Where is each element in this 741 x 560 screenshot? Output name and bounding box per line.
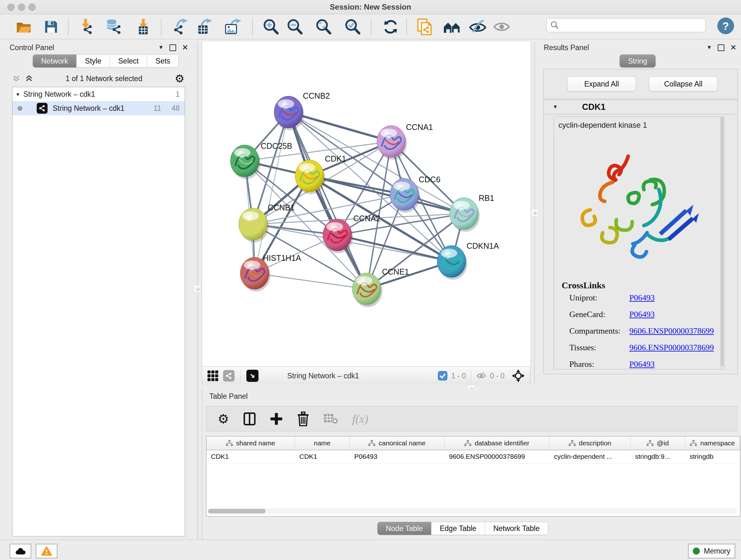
network-row[interactable]: String Network – cdk1 11 48 [12,101,185,115]
show-graphics-details-icon[interactable] [492,17,511,36]
expand-all-icon[interactable] [25,75,33,82]
tab-network[interactable]: Network [33,55,77,67]
save-session-icon[interactable] [42,17,60,36]
help-button[interactable]: ? [718,17,734,34]
zoom-fit-content-icon[interactable] [314,17,333,36]
panel-close-icon[interactable]: ✕ [730,43,737,52]
collapse-all-icon[interactable] [12,75,20,82]
tab-select[interactable]: Select [110,55,147,67]
node-label-CCNA1: CCNA1 [406,123,433,132]
crosslink-label: GeneCard: [569,310,629,319]
network-edge[interactable] [255,273,367,289]
clone-network-icon[interactable] [415,17,434,36]
crosslink-link[interactable]: P06493 [629,310,655,319]
search-bar[interactable] [546,18,706,32]
network-node-RB1[interactable] [450,198,480,232]
network-canvas[interactable]: CCNB2CCNA1CDC25BCDK1CDC6RB1CCNB1CCNA2CDK… [202,42,531,367]
column-header-database-identifier[interactable]: database identifier [445,436,549,450]
tab-edge-table[interactable]: Edge Table [431,522,485,535]
network-node-CCNE1[interactable] [352,273,382,307]
column-header-description[interactable]: description [549,436,630,450]
network-node-CCNA1[interactable] [377,125,407,160]
panel-close-icon[interactable]: ✕ [182,43,188,52]
table-cell[interactable]: cyclin-dependent ... [549,450,630,463]
add-column-icon[interactable] [270,413,283,425]
tab-style[interactable]: Style [77,55,110,67]
zoom-in-icon[interactable] [262,17,280,36]
birds-eye-view-icon[interactable] [512,369,525,382]
column-header-canonical-name[interactable]: canonical name [350,436,445,450]
zoom-selected-icon[interactable] [343,17,362,36]
export-table-icon[interactable] [195,17,214,36]
network-node-CDK1[interactable] [295,160,325,194]
table-cell[interactable]: P06493 [350,450,445,463]
table-cell[interactable]: CDK1 [295,450,350,463]
table-options-gear-icon[interactable]: ⚙ [218,412,229,426]
panel-collapse-icon[interactable]: ▼ [706,44,712,51]
crosslink-row: GeneCard:P06493 [569,310,655,319]
function-builder-icon[interactable]: f(x) [352,412,368,426]
table-cell[interactable]: stringdb [685,450,740,463]
first-neighbors-icon[interactable] [443,17,461,36]
tab-node-table[interactable]: Node Table [378,522,431,535]
results-scrollbar[interactable] [720,117,724,368]
tab-sets[interactable]: Sets [147,55,179,67]
column-header-namespace[interactable]: namespace [685,436,740,450]
expand-all-button[interactable]: Expand All [567,76,636,91]
search-icon [550,21,559,29]
crosslink-link[interactable]: P06493 [629,360,655,369]
warnings-button[interactable] [36,544,57,558]
table-horizontal-scrollbar[interactable] [207,508,737,514]
column-header-@id[interactable]: @id [630,436,685,450]
tab-string[interactable]: String [620,55,656,67]
memory-button[interactable]: Memory [688,544,735,558]
selected-nodes-checkbox[interactable] [438,371,448,381]
hidden-elements-eye-icon[interactable] [476,372,486,380]
search-input[interactable] [562,21,702,30]
export-image-icon[interactable] [224,17,243,36]
table-cell[interactable]: CDK1 [206,450,295,463]
import-network-from-file-icon[interactable] [77,17,96,36]
refresh-network-view-icon[interactable] [381,17,400,36]
right-splitter-handle[interactable] [531,209,538,216]
detach-view-icon[interactable] [246,370,259,382]
tab-network-table[interactable]: Network Table [485,522,548,535]
panel-float-icon[interactable] [718,44,724,51]
network-node-CDC25B[interactable] [230,145,260,179]
network-collection-row[interactable]: ▼ String Network – cdk1 1 [12,87,185,101]
export-network-icon[interactable] [172,17,190,36]
show-columns-icon[interactable] [243,412,256,426]
hide-selected-icon[interactable] [468,17,487,36]
left-splitter-handle[interactable] [194,286,201,293]
network-node-HIST1H1A[interactable] [240,257,270,292]
entry-expander-icon[interactable]: ▼ [544,104,567,110]
crosslink-row: Uniprot:P06493 [569,293,655,303]
panel-collapse-icon[interactable]: ▼ [158,44,164,51]
delete-column-icon[interactable] [297,412,310,426]
zoom-out-icon[interactable] [286,17,304,36]
import-table-from-file-icon[interactable] [134,17,152,36]
collapse-all-button[interactable]: Collapse All [649,76,718,91]
table-cell[interactable]: stringdb:9... [630,450,685,463]
network-edge[interactable] [337,235,452,261]
network-node-CDC6[interactable] [390,179,420,212]
network-edge[interactable] [255,112,288,273]
open-session-icon[interactable] [15,17,33,36]
column-header-name[interactable]: name [295,436,350,450]
delete-table-icon[interactable] [324,414,338,424]
table-cell[interactable]: 9606.ENSP00000378699 [445,450,549,463]
crosslink-link[interactable]: 9606.ENSP00000378699 [629,343,714,352]
network-node-CDKN1A[interactable] [437,246,467,280]
column-header-shared-name[interactable]: shared name [206,436,295,450]
table-row[interactable]: CDK1CDK1P064939606.ENSP00000378699cyclin… [206,450,740,464]
import-network-from-database-icon[interactable] [105,17,123,36]
crosslink-link[interactable]: 9606.ENSP00000378699 [629,326,714,335]
collection-expander-icon[interactable]: ▼ [12,91,23,97]
panel-float-icon[interactable] [170,44,176,51]
network-view-type-icon[interactable] [223,370,234,381]
grid-view-icon[interactable] [207,370,219,381]
crosslink-link[interactable]: P06493 [629,293,655,302]
network-options-gear-icon[interactable]: ⚙ [175,72,185,85]
cloud-services-button[interactable] [10,544,31,558]
network-node-CCNB2[interactable] [274,96,304,130]
